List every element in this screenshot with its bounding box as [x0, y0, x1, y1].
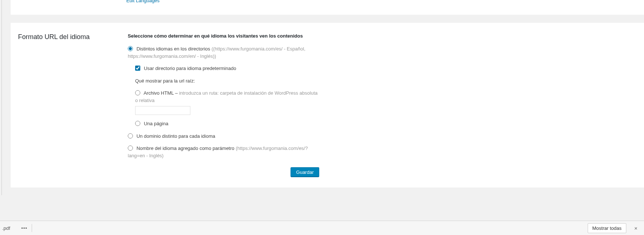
- close-icon[interactable]: ×: [630, 225, 642, 231]
- language-url-format-panel: Formato URL del idioma Seleccione cómo d…: [11, 23, 644, 187]
- option-parameter-row: Nombre del idioma agregado como parámetr…: [128, 145, 319, 159]
- panel-body: Seleccione cómo determinar en qué idioma…: [128, 33, 319, 177]
- option-directories-label: Distintos idiomas en los directorios: [137, 46, 212, 52]
- root-page-radio[interactable]: [135, 121, 140, 126]
- option-domain-row: Un dominio distinto para cada idioma: [128, 133, 319, 140]
- option-domain-label-wrap[interactable]: Un dominio distinto para cada idioma: [128, 133, 215, 139]
- root-url-label: Qué mostrar para la url raíz:: [135, 77, 319, 85]
- option-directories-radio[interactable]: [128, 46, 133, 51]
- root-html-radio[interactable]: [135, 90, 140, 95]
- option-parameter-radio[interactable]: [128, 145, 133, 151]
- option-parameter-label: Nombre del idioma agregado como parámetr…: [137, 145, 236, 151]
- option-directories-row: Distintos idiomas en los directorios ((h…: [128, 45, 319, 127]
- root-html-path-input[interactable]: [135, 106, 190, 115]
- panel-inner: Formato URL del idioma Seleccione cómo d…: [11, 30, 644, 177]
- use-directory-label: Usar directorio para idioma predetermina…: [144, 66, 236, 71]
- use-directory-checkbox[interactable]: [135, 66, 140, 71]
- wp-admin-frame: Edit Languages Formato URL del idioma Se…: [1, 0, 644, 195]
- root-page-label: Una página: [144, 121, 169, 126]
- top-panel-fragment: Edit Languages: [11, 0, 644, 15]
- panel-title: Formato URL del idioma: [18, 33, 128, 177]
- use-directory-label-wrap[interactable]: Usar directorio para idioma predetermina…: [135, 66, 236, 71]
- edit-languages-link[interactable]: Edit Languages: [126, 0, 159, 3]
- show-all-downloads-button[interactable]: Mostrar todas: [588, 223, 626, 233]
- root-page-row: Una página: [135, 120, 319, 127]
- option-domain-radio[interactable]: [128, 133, 133, 138]
- panel-subheading: Seleccione cómo determinar en qué idioma…: [128, 33, 319, 39]
- root-html-label: Archivo HTML –: [144, 90, 179, 96]
- root-html-row: Archivo HTML – introduzca un ruta: carpe…: [135, 90, 319, 115]
- option-directories-nested: Usar directorio para idioma predetermina…: [128, 65, 319, 127]
- download-bar: .pdf ••• Mostrar todas ×: [0, 221, 644, 235]
- option-parameter-label-wrap[interactable]: Nombre del idioma agregado como parámetr…: [128, 145, 308, 158]
- save-button[interactable]: Guardar: [291, 167, 319, 177]
- root-html-label-wrap[interactable]: Archivo HTML – introduzca un ruta: carpe…: [135, 90, 318, 103]
- download-divider: [32, 224, 32, 232]
- download-file-name[interactable]: .pdf: [0, 225, 10, 231]
- save-row: Guardar: [128, 167, 319, 177]
- use-directory-row: Usar directorio para idioma predetermina…: [135, 65, 319, 72]
- option-domain-label: Un dominio distinto para cada idioma: [137, 133, 215, 139]
- stage: Edit Languages Formato URL del idioma Se…: [0, 0, 644, 235]
- option-directories-label-wrap[interactable]: Distintos idiomas en los directorios ((h…: [128, 46, 305, 59]
- root-page-label-wrap[interactable]: Una página: [135, 121, 168, 126]
- download-more-icon[interactable]: •••: [18, 225, 31, 231]
